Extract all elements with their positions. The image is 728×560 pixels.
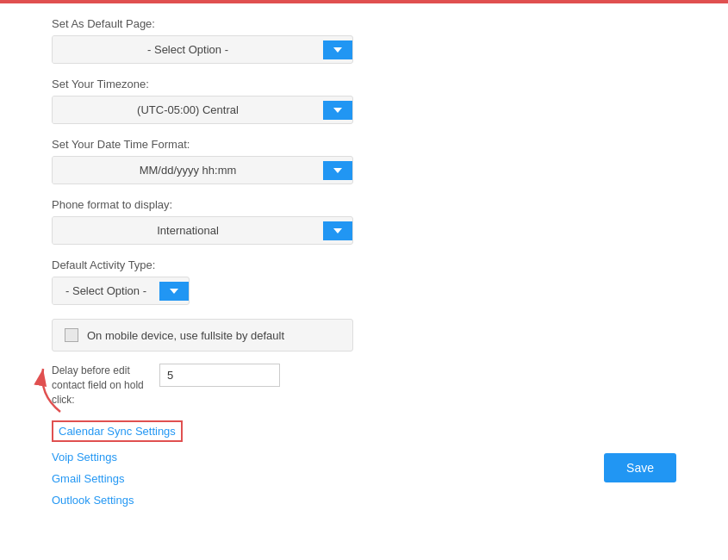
mobile-fullsite-label: On mobile device, use fullsite by defaul… xyxy=(87,329,284,342)
activity-type-dropdown-btn[interactable] xyxy=(159,282,189,301)
main-form: Set As Default Page: - Select Option - S… xyxy=(52,17,482,515)
delay-row: Delay before edit contact field on hold … xyxy=(52,364,482,407)
default-page-group: Set As Default Page: - Select Option - xyxy=(52,17,482,64)
phone-format-value: International xyxy=(53,217,323,244)
phone-format-dropdown-btn[interactable] xyxy=(323,221,352,240)
timezone-group: Set Your Timezone: (UTC-05:00) Central xyxy=(52,78,482,124)
timezone-value: (UTC-05:00) Central xyxy=(53,96,323,123)
mobile-fullsite-checkbox[interactable] xyxy=(65,328,78,342)
chevron-down-icon xyxy=(333,228,342,233)
timezone-label: Set Your Timezone: xyxy=(52,78,482,90)
datetime-label: Set Your Date Time Format: xyxy=(52,138,482,151)
datetime-select[interactable]: MM/dd/yyyy hh:mm xyxy=(52,156,353,184)
phone-format-select[interactable]: International xyxy=(52,216,353,245)
mobile-fullsite-row: On mobile device, use fullsite by defaul… xyxy=(52,319,353,352)
default-page-select[interactable]: - Select Option - xyxy=(52,35,353,64)
chevron-down-icon xyxy=(170,289,178,294)
phone-format-label: Phone format to display: xyxy=(52,198,482,211)
calendar-sync-link[interactable]: Calendar Sync Settings xyxy=(52,420,183,442)
activity-type-label: Default Activity Type: xyxy=(52,258,482,271)
datetime-group: Set Your Date Time Format: MM/dd/yyyy hh… xyxy=(52,138,482,184)
default-page-dropdown-btn[interactable] xyxy=(323,40,352,59)
chevron-down-icon xyxy=(333,168,342,173)
phone-format-group: Phone format to display: International xyxy=(52,198,482,245)
default-page-label: Set As Default Page: xyxy=(52,17,482,30)
datetime-dropdown-btn[interactable] xyxy=(323,161,352,180)
outlook-settings-link[interactable]: Outlook Settings xyxy=(52,494,482,507)
gmail-settings-link[interactable]: Gmail Settings xyxy=(52,472,482,485)
activity-type-value: - Select Option - xyxy=(53,277,159,304)
links-section: Calendar Sync Settings Voip Settings Gma… xyxy=(52,420,482,507)
chevron-down-icon xyxy=(333,47,342,53)
top-border xyxy=(0,0,728,3)
save-button[interactable]: Save xyxy=(604,453,676,482)
default-page-value: - Select Option - xyxy=(53,36,323,63)
arrow-annotation xyxy=(26,360,69,423)
timezone-select[interactable]: (UTC-05:00) Central xyxy=(52,96,353,124)
datetime-value: MM/dd/yyyy hh:mm xyxy=(53,157,323,184)
activity-type-group: Default Activity Type: - Select Option - xyxy=(52,258,482,305)
timezone-dropdown-btn[interactable] xyxy=(323,101,352,120)
voip-settings-link[interactable]: Voip Settings xyxy=(52,451,482,464)
delay-input[interactable] xyxy=(159,364,280,387)
chevron-down-icon xyxy=(333,108,342,113)
activity-type-select[interactable]: - Select Option - xyxy=(52,277,190,305)
